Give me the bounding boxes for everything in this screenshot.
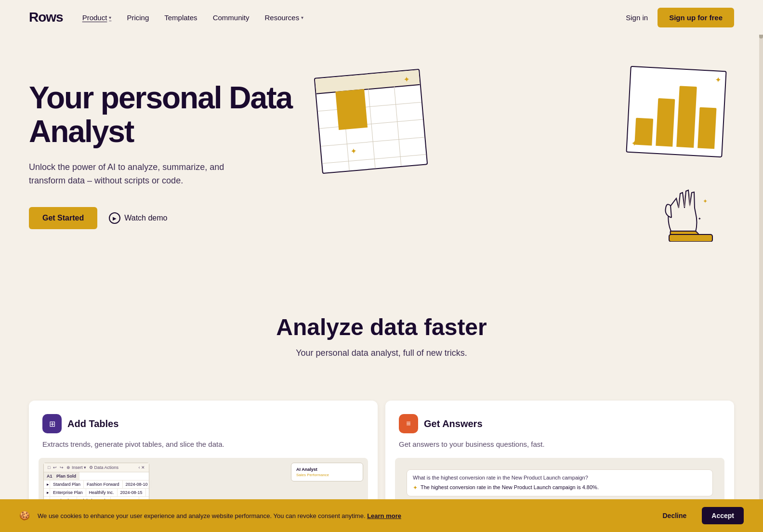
- yellow-cell-illustration: [335, 89, 368, 130]
- hero-content: Your personal Data Analyst Unlock the po…: [29, 81, 299, 229]
- analyze-title: Analyze data faster: [29, 314, 734, 340]
- cookie-accept-button[interactable]: Accept: [702, 507, 744, 524]
- svg-rect-3: [669, 234, 712, 242]
- star-icon: ✦: [403, 75, 410, 84]
- add-tables-desc: Extracts trends, generate pivot tables, …: [42, 439, 364, 450]
- cookie-banner: 🍪 We use cookies to enhance your user ex…: [0, 499, 763, 532]
- watch-demo-button[interactable]: ▶ Watch demo: [109, 212, 167, 224]
- hero-illustration: ✦ ✦ ✦ ✦: [299, 64, 734, 247]
- svg-text:✦: ✦: [698, 217, 701, 221]
- star-icon-2: ✦: [350, 146, 357, 156]
- get-started-button[interactable]: Get Started: [29, 207, 97, 229]
- answer-text: ✦ The highest conversion rate in the New…: [413, 484, 707, 491]
- nav-actions: Sign in Sign up for free: [626, 8, 734, 27]
- analyze-subtitle: Your personal data analyst, full of new …: [29, 348, 734, 358]
- hero-title: Your personal Data Analyst: [29, 81, 299, 149]
- sign-in-button[interactable]: Sign in: [626, 13, 648, 22]
- nav-links: Product ▾ Pricing Templates Community Re…: [82, 13, 626, 22]
- signup-button[interactable]: Sign up for free: [658, 8, 734, 27]
- mini-toolbar: □ ↩ ↪ ⊕ Insert ▾ ⚙ Data Actions ‹ ✕: [44, 463, 149, 472]
- chart-illustration: ✦ ✦: [626, 66, 726, 157]
- hero-section: Your personal Data Analyst Unlock the po…: [0, 35, 763, 285]
- ai-star-icon: ✦: [413, 484, 418, 491]
- star-icon-3: ✦: [715, 75, 722, 85]
- hero-actions: Get Started ▶ Watch demo: [29, 207, 299, 229]
- hero-subtitle: Unlock the power of AI to analyze, summa…: [29, 160, 231, 188]
- ai-analyst-panel: AI Analyst Sales Performance: [291, 463, 363, 481]
- scrollbar[interactable]: [759, 0, 763, 532]
- add-tables-title: Add Tables: [67, 418, 118, 429]
- brand-logo[interactable]: Rows: [29, 10, 63, 25]
- svg-text:✦: ✦: [703, 198, 708, 205]
- chart-bar-4: [697, 107, 717, 149]
- chart-bar-2: [656, 98, 675, 146]
- navbar: Rows Product ▾ Pricing Templates Communi…: [0, 0, 763, 35]
- add-tables-icon: ⊞: [42, 414, 62, 433]
- chevron-down-icon: ▾: [301, 15, 303, 20]
- chevron-down-icon: ▾: [109, 15, 111, 20]
- nav-link-product[interactable]: Product ▾: [82, 13, 112, 22]
- analyze-section: Analyze data faster Your personal data a…: [0, 285, 763, 401]
- nav-link-templates[interactable]: Templates: [164, 13, 197, 22]
- answer-question-text: What is the highest conversion rate in t…: [413, 475, 707, 480]
- answer-question-bubble: What is the highest conversion rate in t…: [407, 469, 713, 496]
- nav-link-resources[interactable]: Resources ▾: [264, 13, 303, 22]
- get-answers-title: Get Answers: [424, 418, 483, 429]
- hand-illustration: ✦ ✦: [652, 174, 729, 242]
- chart-bar-3: [676, 86, 697, 148]
- play-icon: ▶: [109, 212, 120, 224]
- star-icon-4: ✦: [631, 139, 638, 148]
- get-answers-icon: ≡: [399, 414, 418, 433]
- cookie-decline-button[interactable]: Decline: [655, 508, 695, 523]
- nav-link-pricing[interactable]: Pricing: [127, 13, 149, 22]
- spreadsheet-illustration: ✦ ✦: [314, 69, 428, 174]
- learn-more-link[interactable]: Learn more: [367, 512, 401, 519]
- cookie-text: We use cookies to enhance your user expe…: [38, 512, 647, 519]
- nav-link-community[interactable]: Community: [213, 13, 250, 22]
- get-answers-desc: Get answers to your business questions, …: [399, 439, 721, 450]
- cookie-icon: 🍪: [19, 510, 30, 521]
